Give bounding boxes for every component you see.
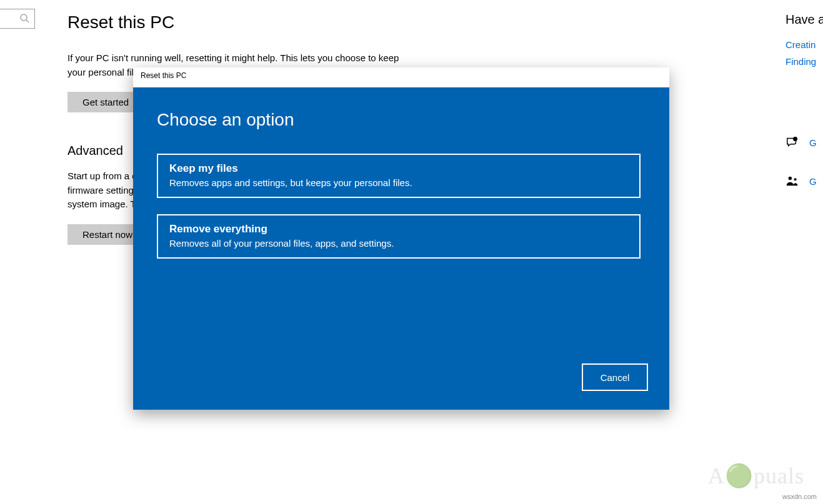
dialog-heading: Choose an option xyxy=(157,110,646,130)
dialog-titlebar: Reset this PC xyxy=(133,67,669,87)
option-keep-files-title: Keep my files xyxy=(169,162,628,175)
appuals-logo: A🟢puals xyxy=(708,463,804,489)
feedback-row[interactable]: G xyxy=(786,136,823,149)
link-finding[interactable]: Finding xyxy=(786,56,823,67)
cancel-button[interactable]: Cancel xyxy=(582,363,648,391)
svg-point-4 xyxy=(794,178,796,180)
option-remove-everything[interactable]: Remove everything Removes all of your pe… xyxy=(157,214,641,259)
option-remove-title: Remove everything xyxy=(169,223,628,235)
svg-point-3 xyxy=(789,177,792,180)
link-creating[interactable]: Creatin xyxy=(786,39,823,50)
question-heading: Have a xyxy=(786,12,823,27)
feedback-label: G xyxy=(809,137,817,148)
svg-line-1 xyxy=(26,20,29,22)
reset-dialog: Reset this PC Choose an option Keep my f… xyxy=(133,67,669,410)
help-label: G xyxy=(809,176,817,187)
people-icon xyxy=(786,174,799,188)
option-remove-desc: Removes all of your personal files, apps… xyxy=(169,238,628,249)
sidebar xyxy=(0,0,37,504)
right-column: Have a Creatin Finding G G xyxy=(786,12,823,197)
dialog-body: Choose an option Keep my files Removes a… xyxy=(133,87,669,410)
search-icon xyxy=(19,13,29,25)
help-row[interactable]: G xyxy=(786,174,823,188)
svg-point-2 xyxy=(794,137,797,141)
option-keep-files-desc: Removes apps and settings, but keeps you… xyxy=(169,177,628,188)
feedback-icon xyxy=(786,136,799,149)
option-keep-files[interactable]: Keep my files Removes apps and settings,… xyxy=(157,154,641,198)
search-input[interactable] xyxy=(0,9,35,29)
get-started-button[interactable]: Get started xyxy=(67,92,144,112)
svg-point-0 xyxy=(21,14,27,21)
source-watermark: wsxdn.com xyxy=(782,493,817,500)
page-title: Reset this PC xyxy=(67,12,492,32)
